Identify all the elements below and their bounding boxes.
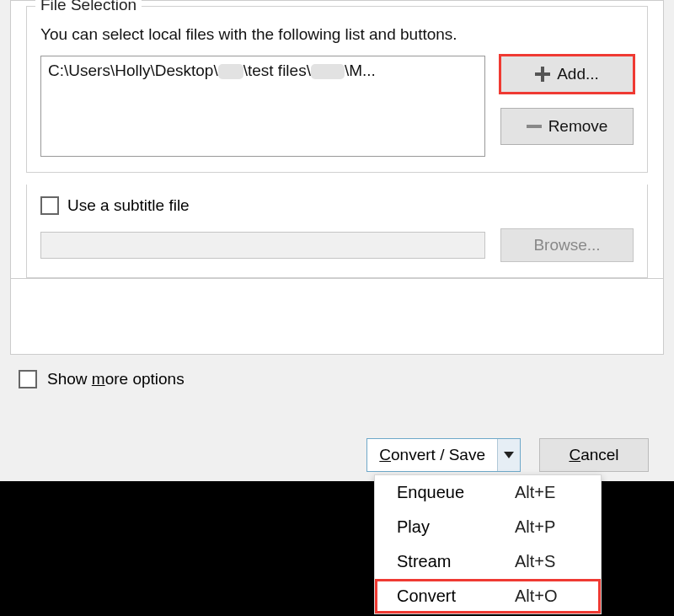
convert-save-main[interactable]: Convert / Save [367,439,498,471]
browse-button[interactable]: Browse... [500,228,634,262]
remove-button-label: Remove [548,117,608,136]
file-list[interactable]: C:\Users\Holly\Desktop\\test files\\M... [40,56,485,157]
redacted-segment [311,64,345,79]
dialog-panel: File Selection You can select local file… [10,0,664,279]
file-selection-title: File Selection [35,0,142,14]
subtitle-path-input[interactable] [40,232,485,259]
add-button[interactable]: Add... [500,56,634,93]
redacted-segment [218,64,243,79]
dialog-footer: Show more options [0,355,674,404]
file-list-item[interactable]: C:\Users\Holly\Desktop\\test files\\M... [48,62,478,80]
use-subtitle-checkbox[interactable] [40,196,59,215]
file-selection-hint: You can select local files with the foll… [40,25,634,44]
remove-button[interactable]: Remove [500,108,634,145]
menu-item-enqueue[interactable]: Enqueue Alt+E [375,475,601,510]
menu-item-play[interactable]: Play Alt+P [375,510,601,544]
menu-item-convert[interactable]: Convert Alt+O [375,579,601,613]
show-more-options-label: Show more options [47,370,185,388]
file-selection-group: File Selection You can select local file… [26,6,648,173]
convert-save-dropdown-toggle[interactable] [498,439,520,471]
chevron-down-icon [504,452,514,458]
minus-icon [527,125,542,128]
convert-save-menu: Enqueue Alt+E Play Alt+P Stream Alt+S Co… [374,474,602,614]
add-button-label: Add... [557,65,599,83]
cancel-button[interactable]: Cancel [539,438,649,472]
dialog-spacer [10,279,664,355]
convert-save-split-button[interactable]: Convert / Save [366,438,521,472]
plus-icon [535,67,550,82]
use-subtitle-label: Use a subtitle file [67,196,190,215]
browse-button-label: Browse... [533,236,600,254]
subtitle-group: Use a subtitle file Browse... [26,185,648,278]
show-more-options-checkbox[interactable] [19,370,37,388]
menu-item-stream[interactable]: Stream Alt+S [375,544,601,579]
